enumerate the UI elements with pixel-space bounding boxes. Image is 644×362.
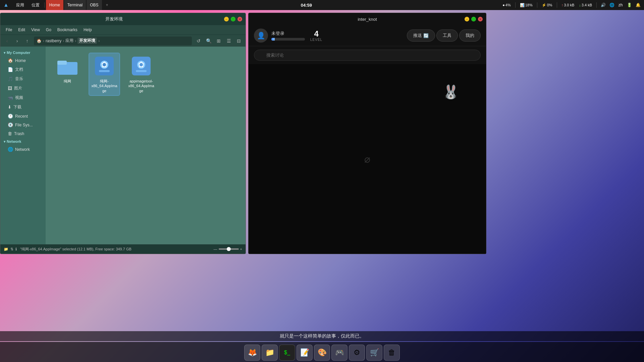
lang-tray-icon[interactable]: zh <box>617 2 624 8</box>
breadcrumb-current[interactable]: 开发环境 <box>77 38 97 44</box>
documents-icon: 📄 <box>8 67 13 72</box>
ik-user-info: 👤 未登录 4 LEVEL <box>254 28 322 43</box>
sidebar-item-music[interactable]: 🎵 音乐 <box>2 74 44 83</box>
sidebar-item-documents[interactable]: 📄 文档 <box>2 65 44 74</box>
ik-tools-btn[interactable]: 工具 <box>436 29 458 42</box>
sidebar-item-pictures[interactable]: 🖼 图片 <box>2 84 44 93</box>
trash-dock-icon[interactable]: 🗑 <box>384 345 400 361</box>
sidebar-item-downloads[interactable]: ⬇ 下载 <box>2 103 44 112</box>
zoom-knob[interactable] <box>227 247 231 251</box>
zoom-slider[interactable] <box>219 248 239 250</box>
sidebar-item-filesystem[interactable]: 💽 File Sys... <box>2 121 44 129</box>
audio-tray-icon[interactable]: 🔊 <box>600 2 606 8</box>
arch-menu-btn[interactable]: ▲ <box>0 0 12 10</box>
notification-tray-icon[interactable]: 🔔 <box>635 2 641 8</box>
ik-push-label: 推送 <box>413 33 422 39</box>
trash-icon: 🗑 <box>8 131 12 136</box>
edit-menu[interactable]: Edit <box>15 26 28 34</box>
network-tray-icon[interactable]: 🌐 <box>608 2 615 8</box>
maximize-button[interactable]: □ <box>231 17 235 21</box>
sidebar-item-trash[interactable]: 🗑 Trash <box>2 129 44 138</box>
file-item-folder[interactable]: 绳网 <box>52 53 83 95</box>
grid-view-button[interactable]: ⊞ <box>214 36 223 46</box>
new-tab-btn[interactable]: + <box>103 0 112 10</box>
apps-menu-btn[interactable]: 应用 <box>13 0 28 10</box>
folder-label: 绳网 <box>64 79 71 83</box>
sublime-dock-icon[interactable]: 📝 <box>297 345 313 361</box>
file-manager-window: 开发环境 – □ ✕ File Edit View Go Bookmarks H… <box>0 13 246 254</box>
minimize-button[interactable]: – <box>224 17 229 21</box>
sidebar-item-videos[interactable]: 📹 视频 <box>2 93 44 102</box>
search-button[interactable]: 🔍 <box>204 36 213 46</box>
info-icon[interactable]: ℹ <box>15 247 17 251</box>
ik-search-bar: 🔍 <box>249 46 486 64</box>
sidebar: ▾ My Computer 🏠 Home 📄 文档 🎵 音乐 🖼 图片 📹 <box>0 47 46 244</box>
file-menu[interactable]: File <box>3 26 15 34</box>
ik-exp-fill <box>271 38 275 41</box>
position-menu-btn[interactable]: 位置 <box>28 0 43 10</box>
home-tab[interactable]: Home <box>46 0 63 10</box>
go-menu[interactable]: Go <box>43 26 54 34</box>
sidebar-network-label: Network <box>15 147 30 152</box>
ik-level-badge: 4 LEVEL <box>310 30 322 42</box>
network-section[interactable]: ▾ Network <box>0 138 46 145</box>
appimage1-svg <box>94 55 115 77</box>
discover-dock-icon[interactable]: 🛒 <box>366 345 382 361</box>
terminal-tab[interactable]: Terminal <box>64 0 86 10</box>
steam-dock-icon[interactable]: 🎮 <box>331 345 347 361</box>
breadcrumb-apps[interactable]: 应用 <box>65 38 73 44</box>
krita-dock-icon[interactable]: 🎨 <box>314 345 330 361</box>
net-down-value: 3.4 kB <box>582 3 592 7</box>
toolbar: ‹ › ↑ 🏠 › rastberry › 应用 › 开发环境 › ↺ 🔍 ⊞ … <box>0 35 246 47</box>
sidebar-item-recent[interactable]: 🕐 Recent <box>2 112 44 120</box>
file-item-appimage1[interactable]: 绳网-x86_64.AppImage <box>89 53 119 95</box>
inter-knot-title: inter_knot <box>272 17 463 22</box>
breadcrumb-expand[interactable]: › <box>98 39 100 43</box>
ik-search-input[interactable] <box>254 50 481 61</box>
bookmarks-menu[interactable]: Bookmarks <box>55 26 80 34</box>
up-button[interactable]: ↑ <box>22 36 32 46</box>
clock: 04:59 <box>301 3 312 8</box>
ik-minimize-button[interactable]: – <box>465 17 469 21</box>
ik-mine-btn[interactable]: 我的 <box>459 29 481 42</box>
terminal-dock-icon[interactable]: $_ <box>279 345 295 361</box>
svg-rect-1 <box>57 61 67 65</box>
reload-button[interactable]: ↺ <box>194 36 203 46</box>
obs-tab[interactable]: OBS <box>87 0 102 10</box>
sidebar-downloads-label: 下载 <box>13 104 21 110</box>
ik-push-btn[interactable]: 推送 🔄 <box>407 29 435 42</box>
ik-close-button[interactable]: ✕ <box>478 17 483 21</box>
back-button[interactable]: ‹ <box>2 36 12 46</box>
my-computer-section[interactable]: ▾ My Computer <box>0 49 46 56</box>
breadcrumb-home-icon[interactable]: 🏠 <box>37 39 42 43</box>
close-button[interactable]: ✕ <box>237 17 242 21</box>
new-folder-icon[interactable]: 📁 <box>4 247 8 251</box>
settings-dock-icon[interactable]: ⚙ <box>349 345 365 361</box>
ram-icon: 📊 <box>520 3 525 7</box>
firefox-dock-icon[interactable]: 🦊 <box>244 345 260 361</box>
status-bar: 📁 ⇅ ℹ "绳网-x86_64.AppImage" selected (12.… <box>0 244 246 254</box>
sort-icon[interactable]: ⇅ <box>10 247 13 251</box>
files-dock-icon[interactable]: 📁 <box>262 345 278 361</box>
breadcrumb-sep2: › <box>63 39 64 43</box>
breadcrumb-rastberry[interactable]: rastberry <box>46 39 61 43</box>
ik-mine-label: 我的 <box>466 33 474 39</box>
sidebar-item-network[interactable]: 🌐 Network <box>2 145 44 154</box>
battery-tray-icon[interactable]: 🔋 <box>626 2 633 8</box>
view-menu[interactable]: View <box>29 26 43 34</box>
list-view-button[interactable]: ☰ <box>224 36 233 46</box>
power-indicator: ⚡ 0% <box>540 3 554 7</box>
svg-rect-9 <box>136 70 147 72</box>
sidebar-videos-label: 视频 <box>15 95 23 101</box>
pictures-icon: 🖼 <box>8 86 12 91</box>
ik-maximize-button[interactable]: □ <box>471 17 476 21</box>
cpu-icon: ● <box>502 3 505 7</box>
sep2 <box>515 2 516 8</box>
ik-avatar[interactable]: 👤 <box>254 28 268 43</box>
forward-button[interactable]: › <box>12 36 22 46</box>
file-item-appimage2[interactable]: appimagetool-x86_64.AppImage <box>126 53 156 95</box>
help-menu[interactable]: Help <box>81 26 95 34</box>
sidebar-item-home[interactable]: 🏠 Home <box>2 56 44 65</box>
properties-button[interactable]: ⊟ <box>234 36 244 46</box>
sidebar-trash-label: Trash <box>14 131 24 136</box>
